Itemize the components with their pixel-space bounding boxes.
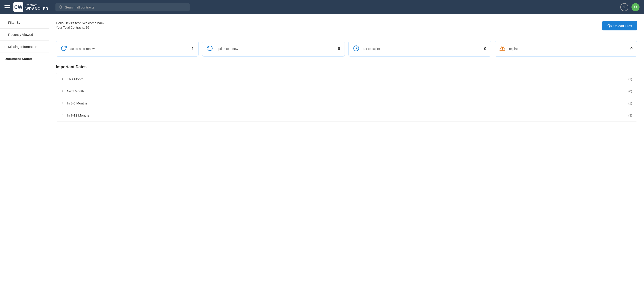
auto-renew-label: set to auto-renew [70, 47, 188, 50]
expired-count: 0 [630, 46, 632, 51]
date-row-left: In 7-12 Months [61, 114, 89, 117]
logo-cw: CW [14, 2, 23, 12]
logo-text: Contract WRANGLER [26, 4, 48, 11]
date-row-count: (1) [628, 102, 632, 105]
sidebar: › Filter By › Recently Viewed › Missing … [0, 14, 49, 289]
sidebar-item-filter-by[interactable]: › Filter By [0, 16, 49, 29]
expire-icon [353, 45, 359, 52]
status-cards-row: set to auto-renew 1 option to renew 0 [56, 41, 637, 56]
set-to-expire-label: set to expire [363, 47, 480, 50]
date-row-count: (3) [628, 114, 632, 117]
expired-label: expired [509, 47, 627, 50]
top-navigation: CW Contract WRANGLER ? U [0, 0, 644, 14]
welcome-subtitle: Your Total Contracts: 86 [56, 26, 105, 29]
chevron-right-icon: › [4, 45, 5, 48]
search-bar [56, 3, 190, 12]
option-to-renew-card[interactable]: option to renew 0 [202, 41, 345, 56]
sidebar-item-missing-information[interactable]: › Missing Information [0, 41, 49, 53]
date-row-label: Next Month [67, 89, 84, 93]
option-renew-icon [207, 45, 213, 52]
auto-renew-icon [60, 45, 67, 52]
chevron-right-icon [61, 102, 64, 105]
set-to-expire-card[interactable]: set to expire 0 [348, 41, 491, 56]
date-row-label: This Month [67, 77, 84, 81]
chevron-right-icon: › [4, 21, 5, 24]
date-row-left: In 3-6 Months [61, 101, 88, 105]
expired-card[interactable]: expired 0 [495, 41, 637, 56]
sidebar-item-label: Missing Information [8, 45, 37, 48]
date-row-this-month[interactable]: This Month (1) [56, 73, 637, 85]
auto-renew-count: 1 [192, 46, 194, 51]
chevron-right-icon [61, 114, 64, 117]
chevron-right-icon [61, 90, 64, 93]
sidebar-item-document-status[interactable]: Document Status [0, 53, 49, 65]
date-row-label: In 7-12 Months [67, 114, 89, 117]
upload-files-button[interactable]: Upload Files [602, 21, 637, 30]
sidebar-item-label: Filter By [8, 20, 20, 24]
header-row: Hello Devil's test, Welcome back! Your T… [56, 21, 637, 35]
welcome-area: Hello Devil's test, Welcome back! Your T… [56, 21, 105, 29]
date-row-3-6-months[interactable]: In 3-6 Months (1) [56, 97, 637, 110]
search-input[interactable] [65, 3, 186, 12]
hamburger-menu-button[interactable] [4, 5, 10, 10]
svg-line-1 [62, 8, 62, 8]
date-row-left: This Month [61, 77, 84, 81]
welcome-title: Hello Devil's test, Welcome back! [56, 21, 105, 25]
upload-icon [608, 24, 612, 28]
sidebar-item-recently-viewed[interactable]: › Recently Viewed [0, 29, 49, 41]
sidebar-item-label: Recently Viewed [8, 33, 33, 36]
logo-contract: Contract [26, 4, 48, 7]
date-row-count: (0) [628, 90, 632, 93]
sidebar-item-label: Document Status [4, 57, 32, 60]
date-row-count: (1) [628, 78, 632, 81]
set-to-expire-count: 0 [484, 46, 486, 51]
option-to-renew-count: 0 [338, 46, 340, 51]
date-row-next-month[interactable]: Next Month (0) [56, 85, 637, 97]
main-content: Hello Devil's test, Welcome back! Your T… [49, 14, 644, 289]
chevron-right-icon: › [4, 33, 5, 36]
option-to-renew-label: option to renew [217, 47, 334, 50]
help-button[interactable]: ? [620, 3, 628, 11]
date-row-label: In 3-6 Months [67, 101, 88, 105]
date-row-left: Next Month [61, 89, 84, 93]
chevron-right-icon [61, 78, 64, 81]
upload-button-label: Upload Files [613, 24, 632, 28]
user-avatar-button[interactable]: U [632, 3, 640, 11]
search-icon [58, 5, 62, 9]
date-accordion: This Month (1) Next Month (0) In 3-6 Mon… [56, 73, 637, 122]
auto-renew-card[interactable]: set to auto-renew 1 [56, 41, 198, 56]
logo-area: CW Contract WRANGLER [14, 2, 48, 12]
date-row-7-12-months[interactable]: In 7-12 Months (3) [56, 110, 637, 121]
nav-right: ? U [620, 3, 640, 11]
important-dates-title: Important Dates [56, 65, 637, 69]
expired-icon [499, 45, 506, 52]
logo-wrangler: WRANGLER [26, 7, 48, 11]
